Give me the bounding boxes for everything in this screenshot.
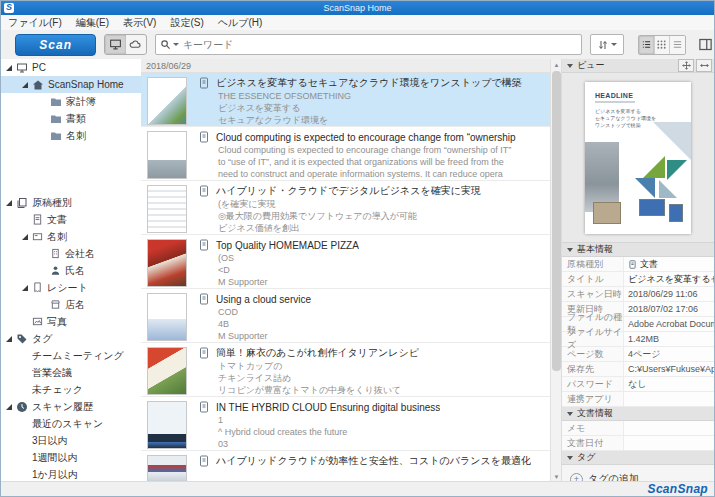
- sidebar-item-recent-scans[interactable]: 最近のスキャン: [1, 415, 141, 432]
- menu-settings[interactable]: 設定(S): [163, 15, 210, 30]
- document-title: 簡単！麻衣のあこがれ創作イタリアンレシピ: [216, 346, 419, 360]
- document-row[interactable]: 簡単！麻衣のあこがれ創作イタリアンレシピ トマトカップの チキンライス詰め リコ…: [141, 343, 551, 397]
- info-value[interactable]: [623, 436, 714, 450]
- sidebar-item-last-3-days[interactable]: 3日以内: [1, 432, 141, 449]
- preview-subtitle-bar: [595, 101, 635, 103]
- sidebar-item-photos[interactable]: 写真: [1, 313, 141, 330]
- expander-icon[interactable]: [6, 65, 12, 71]
- thumbnail-view-button[interactable]: [655, 36, 670, 54]
- sidebar-item-doc-types[interactable]: 原稿種別: [1, 194, 141, 211]
- sidebar-label: 1週間以内: [32, 451, 78, 465]
- sidebar-gap: [1, 144, 141, 194]
- view-section-header[interactable]: ビュー: [562, 59, 714, 73]
- document-row[interactable]: Cloud computing is expected to encourage…: [141, 127, 551, 181]
- info-row: 保存先 C:¥Users¥Fukuse¥AppData: [562, 362, 714, 377]
- sidebar-item-business-cards[interactable]: 名刺: [1, 228, 141, 245]
- sidebar-label: チームミーティング: [32, 349, 124, 363]
- section-title: 文書情報: [577, 407, 613, 420]
- menu-edit[interactable]: 編集(E): [69, 15, 116, 30]
- document-icon: [198, 185, 210, 197]
- sidebar-label: 氏名: [65, 264, 85, 278]
- expander-icon[interactable]: [22, 234, 28, 240]
- sort-button[interactable]: [590, 34, 624, 55]
- fit-width-button[interactable]: [696, 59, 712, 72]
- expander-spacer: [22, 387, 28, 393]
- preview-area[interactable]: HEADLINE ビジネスを変革する セキュアなクラウド環境を ワンストップで構…: [562, 73, 714, 243]
- sidebar-item-receipts[interactable]: レシート: [1, 279, 141, 296]
- layout-panel-button[interactable]: [698, 36, 714, 53]
- document-icon: [198, 455, 210, 467]
- expander-spacer: [40, 251, 46, 257]
- info-row: 原稿種別 文書: [562, 257, 714, 272]
- scan-button[interactable]: Scan: [15, 34, 96, 56]
- info-row: メモ: [562, 421, 714, 436]
- sidebar-item-store-name[interactable]: 店名: [1, 296, 141, 313]
- basic-info-section-header[interactable]: 基本情報: [562, 243, 714, 257]
- document-thumbnail: [147, 401, 187, 449]
- list-view-button[interactable]: [639, 36, 654, 54]
- document-row[interactable]: ビジネスを変革するセキュアなクラウド環境をワンストップで構築 THE ESSEN…: [141, 73, 551, 127]
- sidebar-item-folder-shorui[interactable]: 書類: [1, 110, 141, 127]
- info-label: 文書日付: [562, 437, 623, 450]
- sidebar-item-pc[interactable]: PC: [1, 59, 141, 76]
- sidebar-item-tag-sales-meeting[interactable]: 営業会議: [1, 364, 141, 381]
- sidebar-item-scansnap-home[interactable]: ScanSnap Home: [1, 76, 141, 93]
- document-row[interactable]: Top Quality HOMEMADE PIZZA (OS <D M Supp…: [141, 235, 551, 289]
- document-snippet: (を確実に実現: [198, 198, 481, 210]
- expander-spacer: [40, 268, 46, 274]
- detail-view-button[interactable]: [670, 36, 684, 54]
- preview-triangle: [667, 160, 687, 180]
- sidebar-item-person-name[interactable]: 氏名: [1, 262, 141, 279]
- info-value: なし: [623, 377, 714, 391]
- expander-icon[interactable]: [6, 200, 12, 206]
- menu-file[interactable]: ファイル(F): [1, 15, 69, 30]
- document-snippet: 4B: [198, 318, 311, 330]
- tags-section-header[interactable]: タグ: [562, 451, 714, 465]
- sidebar-item-folder-meishi[interactable]: 名刺: [1, 127, 141, 144]
- to-cloud-button[interactable]: [126, 35, 146, 54]
- doc-info-section-header[interactable]: 文書情報: [562, 407, 714, 421]
- expander-spacer: [22, 217, 28, 223]
- doc-stack-icon: [16, 197, 28, 209]
- document-row[interactable]: ハイブリッド・クラウドでデジタルビジネスを確実に実現 (を確実に実現 ◎最大限の…: [141, 181, 551, 235]
- expander-icon[interactable]: [6, 404, 12, 410]
- preview-line: セキュアなクラウド環境を: [595, 115, 656, 121]
- sidebar-item-last-1-month[interactable]: 1か月以内: [1, 466, 141, 482]
- sidebar-item-company-name[interactable]: 会社名: [1, 245, 141, 262]
- expander-icon[interactable]: [6, 336, 12, 342]
- sort-caret: [611, 43, 617, 49]
- info-value[interactable]: [623, 421, 714, 435]
- info-label: メモ: [562, 422, 623, 435]
- document-snippet: THE ESSENCE OFSOMETHING: [198, 90, 522, 102]
- sidebar-item-folder-kakeibo[interactable]: 家計簿: [1, 93, 141, 110]
- scansnap-logo: ScanSnap: [648, 482, 708, 496]
- sidebar-item-documents[interactable]: 文書: [1, 211, 141, 228]
- menu-view[interactable]: 表示(V): [116, 15, 163, 30]
- to-pc-button[interactable]: [105, 35, 125, 54]
- document-title: IN THE HYBRID CLOUD Ensuring digital bus…: [216, 402, 440, 413]
- sidebar: PC ScanSnap Home 家計簿 書類 名刺: [1, 59, 142, 482]
- expander-icon[interactable]: [22, 82, 28, 88]
- document-title: ビジネスを変革するセキュアなクラウド環境をワンストップで構築: [216, 76, 522, 90]
- menu-help[interactable]: ヘルプ(H): [211, 15, 270, 30]
- sidebar-label: 1か月以内: [32, 468, 78, 482]
- store-icon: [50, 299, 61, 310]
- fit-page-button[interactable]: [678, 59, 694, 72]
- search-input[interactable]: [179, 39, 581, 50]
- info-row: タイトル ビジネスを変革するセキュアなクラウ…: [562, 272, 714, 287]
- sidebar-label: 名刺: [66, 129, 86, 143]
- scrollbar-thumb[interactable]: [552, 71, 561, 371]
- document-row[interactable]: IN THE HYBRID CLOUD Ensuring digital bus…: [141, 397, 551, 451]
- document-snippet: COD: [198, 306, 311, 318]
- search-icon[interactable]: [160, 39, 179, 50]
- sidebar-item-scan-history[interactable]: スキャン履歴: [1, 398, 141, 415]
- sidebar-item-last-1-week[interactable]: 1週間以内: [1, 449, 141, 466]
- sidebar-item-tag-unchecked[interactable]: 未チェック: [1, 381, 141, 398]
- sidebar-item-tag-team-meeting[interactable]: チームミーティング: [1, 347, 141, 364]
- document-row[interactable]: Using a cloud service COD 4B M Supporter: [141, 289, 551, 343]
- preview-photo-inset: [593, 202, 621, 224]
- expander-icon[interactable]: [22, 285, 28, 291]
- home-icon: [32, 79, 44, 91]
- sidebar-item-tags[interactable]: タグ: [1, 330, 141, 347]
- preview-headline: HEADLINE: [595, 92, 633, 99]
